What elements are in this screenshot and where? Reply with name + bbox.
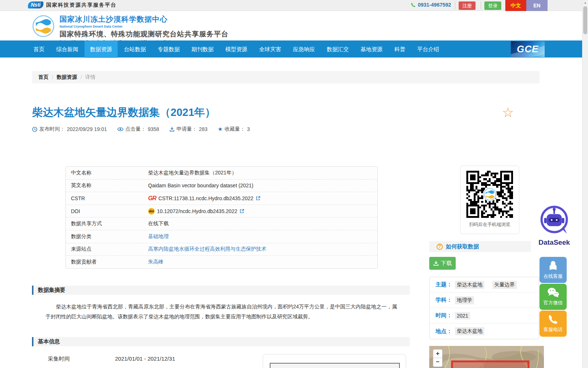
tag-value[interactable]: 地理学 [455, 296, 474, 304]
nsti-platform-name: 国家科技资源共享服务平台 [46, 2, 116, 8]
meta-favorites-label: 收藏量： [225, 126, 245, 132]
nav-item-home[interactable]: 首页 [28, 40, 50, 58]
nav-item-platform-intro[interactable]: 平台介绍 [412, 40, 445, 58]
nav-item-emergency[interactable]: 应急响应 [287, 40, 320, 58]
nav-item-news[interactable]: 综合新闻 [51, 40, 84, 58]
table-row: 数据共享方式 在线下载 [66, 217, 377, 230]
map-zoom-out-button[interactable]: − [433, 358, 442, 367]
nsti-logo-icon: Nsti [28, 1, 43, 8]
collect-time-value: 2021/01/01 - 2021/12/31 [115, 355, 175, 362]
source-station-link[interactable]: 高寒内陆盆地水循环全过程高效利用与生态保护技术 [148, 246, 266, 252]
online-service-button[interactable]: 在线客服 [539, 257, 567, 283]
nav-item-base-resources[interactable]: 基地资源 [355, 40, 388, 58]
cstr-value: CSTR:11738.11.ncdc.Hydro.db2435.2022 [158, 195, 254, 201]
breadcrumb-separator: / [80, 74, 82, 80]
service-phone-button[interactable]: 客服电话 [539, 311, 567, 337]
page-scrollbar[interactable]: ▲ [582, 0, 588, 368]
hotline-phone[interactable]: 0931-4967592 [411, 2, 451, 8]
nav-item-global-disaster[interactable]: 全球灾害 [254, 40, 287, 58]
spatial-preview-box [263, 354, 406, 368]
gce-logo: GCE [511, 41, 545, 57]
center-name-en: National Cryosphere Desert Data Center [60, 25, 229, 28]
login-button[interactable]: 登录 [484, 1, 501, 10]
breadcrumb-home[interactable]: 首页 [38, 74, 49, 81]
basic-info-section-header: 基本信息 [32, 337, 410, 346]
table-row: CSTR GR CSTR:11738.11.ncdc.Hydro.db2435.… [66, 192, 377, 205]
meta-publish-label: 发布时间： [39, 126, 65, 132]
breadcrumb-separator: / [52, 74, 53, 80]
wechat-button[interactable]: 官方微信 [539, 284, 567, 310]
dataseek-assistant[interactable]: DataSeek [534, 205, 575, 247]
question-circle-icon: ? [437, 244, 443, 250]
qq-icon [548, 260, 559, 271]
how-to-get-data-link[interactable]: ? 如何获取数据 [429, 241, 531, 252]
register-button[interactable]: 注册 [459, 1, 476, 10]
table-row: 数据分类 基础地理 [66, 230, 377, 243]
download-button[interactable]: 下载 [429, 257, 456, 270]
robot-icon [538, 205, 570, 236]
row-label: DOI [66, 208, 148, 214]
dataset-meta: 发布时间： 2022/09/29 19:01 点击量： 9358 申请量： 28… [32, 126, 260, 132]
nav-item-science[interactable]: 科普 [389, 40, 411, 58]
doi-value: 10.12072/ncdc.Hydro.db2435.2022 [157, 208, 237, 214]
row-label: 数据共享方式 [66, 220, 148, 227]
table-row: DOI doi 10.12072/ncdc.Hydro.db2435.2022 [66, 205, 377, 218]
meta-requests-label: 申请量： [176, 126, 197, 132]
qr-card: 扫码后在手机端浏览 [460, 166, 519, 234]
meta-favorites-value: 3 [247, 126, 250, 132]
row-value: Qaidam Basin vector boundary dataset (20… [148, 183, 253, 188]
nav-item-data-resources[interactable]: 数据资源 [85, 40, 118, 58]
nav-item-journal-data[interactable]: 期刊数据 [186, 40, 219, 58]
row-label: 中文名称 [66, 170, 148, 176]
divider [481, 2, 481, 9]
tag-value[interactable]: 矢量边界 [492, 281, 517, 289]
nav-item-station-data[interactable]: 台站数据 [118, 40, 151, 58]
row-label: 英文名称 [66, 182, 148, 189]
center-logo [32, 15, 54, 37]
tag-value[interactable]: 柴达木盆地 [455, 327, 484, 335]
dataset-info-table: 中文名称 柴达木盆地矢量边界数据集（2021年） 英文名称 Qaidam Bas… [65, 166, 378, 269]
favorite-star-icon[interactable]: ☆ [502, 106, 514, 119]
category-link[interactable]: 基础地理 [148, 233, 169, 240]
scrollbar-up-arrow[interactable]: ▲ [582, 0, 588, 6]
row-label: 数据贡献者 [66, 259, 148, 265]
language-toggle-en[interactable]: EN [526, 0, 548, 11]
breadcrumb-data-resources[interactable]: 数据资源 [57, 74, 77, 81]
platform-name-zh: 国家特殊环境、特殊功能观测研究台站共享服务平台 [60, 29, 229, 39]
abstract-text: 柴达木盆地位于青海省西北部，青藏高原东北部，主要分布在青海省海西蒙古族藏族自治州… [46, 302, 397, 322]
phone-icon [548, 314, 558, 325]
tag-value[interactable]: 柴达木盆地 [455, 281, 484, 289]
row-value: 在线下载 [148, 220, 169, 227]
nav-item-model-resources[interactable]: 模型资源 [220, 40, 253, 58]
center-name-zh: 国家冰川冻土沙漠科学数据中心 [60, 14, 229, 24]
contributor-link[interactable]: 朱高峰 [148, 259, 164, 265]
table-row: 数据贡献者 朱高峰 [66, 256, 377, 269]
nav-item-topic-data[interactable]: 专题数据 [152, 40, 185, 58]
tag-row-theme: 主题： 柴达木盆地 矢量边界 [430, 277, 539, 293]
row-value: 柴达木盆地矢量边界数据集（2021年） [148, 170, 237, 176]
scrollbar-thumb[interactable] [583, 6, 587, 34]
meta-publish-value: 2022/09/29 19:01 [67, 126, 107, 132]
row-label: 来源站点 [66, 246, 148, 252]
meta-favorites: ★ 收藏量： 3 [218, 126, 250, 132]
star-icon: ★ [218, 126, 223, 132]
cstr-link-row: GR CSTR:11738.11.ncdc.Hydro.db2435.2022 [148, 195, 261, 202]
main-navbar: 首页 综合新闻 数据资源 台站数据 专题数据 期刊数据 模型资源 全球灾害 应急… [0, 40, 588, 58]
tag-value[interactable]: 2021 [455, 312, 470, 319]
site-titles: 国家冰川冻土沙漠科学数据中心 National Cryosphere Deser… [60, 14, 229, 43]
external-link-icon[interactable] [240, 209, 244, 213]
language-toggle-zh[interactable]: 中文 [505, 0, 526, 11]
row-label: CSTR [66, 195, 148, 201]
map-zoom-in-button[interactable]: + [433, 349, 442, 358]
spatial-preview-frame [270, 363, 400, 368]
breadcrumb: 首页 / 数据资源 / 详情 [32, 71, 539, 84]
tag-row-discipline: 学科： 地理学 [430, 293, 539, 308]
nav-item-data-submission[interactable]: 数据汇交 [321, 40, 354, 58]
dataset-title: 柴达木盆地矢量边界数据集（2021年） [32, 105, 216, 120]
external-link-icon[interactable] [256, 196, 261, 201]
table-row: 来源站点 高寒内陆盆地水循环全过程高效利用与生态保护技术 [66, 243, 377, 256]
coverage-map[interactable]: + − [429, 346, 544, 368]
doi-icon: doi [148, 208, 155, 215]
qr-box [466, 171, 513, 218]
meta-requests-value: 283 [199, 126, 207, 132]
